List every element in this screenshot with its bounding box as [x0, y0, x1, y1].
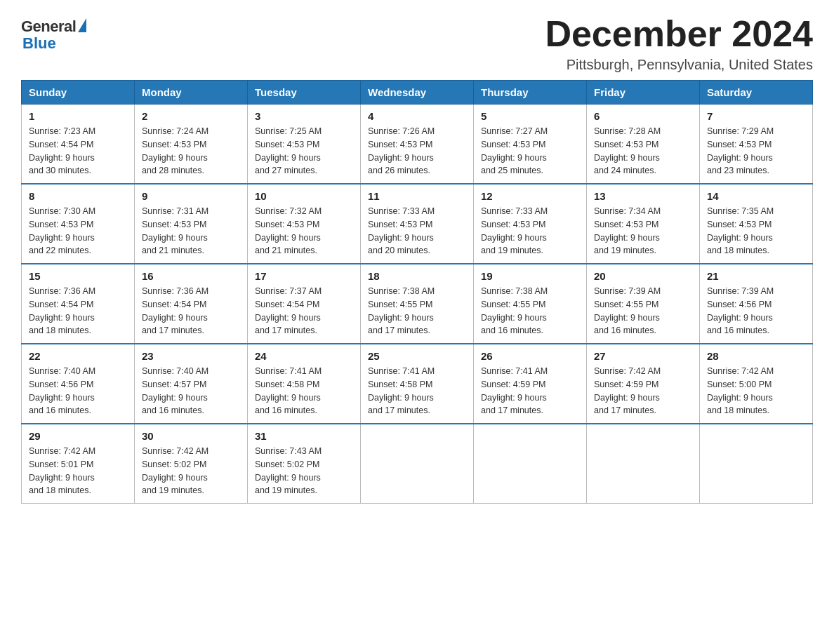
calendar-day-cell: 16 Sunrise: 7:36 AMSunset: 4:54 PMDaylig… — [135, 264, 248, 344]
calendar-table: Sunday Monday Tuesday Wednesday Thursday… — [21, 80, 813, 504]
day-number: 17 — [255, 270, 353, 282]
day-info: Sunrise: 7:41 AMSunset: 4:58 PMDaylight:… — [368, 366, 435, 415]
day-number: 21 — [707, 270, 805, 282]
day-number: 19 — [481, 270, 579, 282]
day-number: 18 — [368, 270, 466, 282]
calendar-week-row: 1 Sunrise: 7:23 AMSunset: 4:54 PMDayligh… — [22, 105, 813, 185]
calendar-day-cell: 15 Sunrise: 7:36 AMSunset: 4:54 PMDaylig… — [22, 264, 135, 344]
day-info: Sunrise: 7:29 AMSunset: 4:53 PMDaylight:… — [707, 126, 774, 175]
day-info: Sunrise: 7:42 AMSunset: 5:02 PMDaylight:… — [142, 446, 208, 495]
calendar-day-cell: 29 Sunrise: 7:42 AMSunset: 5:01 PMDaylig… — [22, 424, 135, 504]
day-number: 4 — [368, 110, 466, 122]
calendar-day-cell: 22 Sunrise: 7:40 AMSunset: 4:56 PMDaylig… — [22, 344, 135, 424]
day-info: Sunrise: 7:24 AMSunset: 4:53 PMDaylight:… — [142, 126, 208, 175]
day-number: 14 — [707, 190, 805, 202]
day-number: 3 — [255, 110, 353, 122]
location-text: Pittsburgh, Pennsylvania, United States — [545, 57, 813, 73]
day-info: Sunrise: 7:41 AMSunset: 4:59 PMDaylight:… — [481, 366, 548, 415]
weekday-header-row: Sunday Monday Tuesday Wednesday Thursday… — [22, 81, 813, 105]
day-number: 22 — [29, 350, 127, 362]
month-title: December 2024 — [545, 14, 813, 54]
calendar-day-cell: 6 Sunrise: 7:28 AMSunset: 4:53 PMDayligh… — [587, 105, 700, 185]
page-header: General Blue December 2024 Pittsburgh, P… — [21, 14, 813, 73]
day-number: 1 — [29, 110, 127, 122]
day-number: 27 — [594, 350, 692, 362]
calendar-day-cell: 18 Sunrise: 7:38 AMSunset: 4:55 PMDaylig… — [361, 264, 474, 344]
header-monday: Monday — [135, 81, 248, 105]
day-info: Sunrise: 7:33 AMSunset: 4:53 PMDaylight:… — [368, 206, 435, 255]
calendar-day-cell: 20 Sunrise: 7:39 AMSunset: 4:55 PMDaylig… — [587, 264, 700, 344]
day-info: Sunrise: 7:31 AMSunset: 4:53 PMDaylight:… — [142, 206, 208, 255]
day-number: 13 — [594, 190, 692, 202]
calendar-day-cell: 5 Sunrise: 7:27 AMSunset: 4:53 PMDayligh… — [474, 105, 587, 185]
day-info: Sunrise: 7:38 AMSunset: 4:55 PMDaylight:… — [368, 286, 435, 335]
header-friday: Friday — [587, 81, 700, 105]
day-info: Sunrise: 7:42 AMSunset: 5:01 PMDaylight:… — [29, 446, 95, 495]
calendar-day-cell: 3 Sunrise: 7:25 AMSunset: 4:53 PMDayligh… — [248, 105, 361, 185]
header-saturday: Saturday — [700, 81, 813, 105]
day-number: 5 — [481, 110, 579, 122]
day-number: 23 — [142, 350, 240, 362]
day-number: 8 — [29, 190, 127, 202]
calendar-day-cell: 26 Sunrise: 7:41 AMSunset: 4:59 PMDaylig… — [474, 344, 587, 424]
day-number: 11 — [368, 190, 466, 202]
calendar-day-cell — [700, 424, 813, 504]
calendar-day-cell: 9 Sunrise: 7:31 AMSunset: 4:53 PMDayligh… — [135, 184, 248, 264]
calendar-week-row: 15 Sunrise: 7:36 AMSunset: 4:54 PMDaylig… — [22, 264, 813, 344]
day-number: 6 — [594, 110, 692, 122]
logo-general-text: General — [21, 18, 76, 36]
calendar-day-cell: 8 Sunrise: 7:30 AMSunset: 4:53 PMDayligh… — [22, 184, 135, 264]
day-number: 10 — [255, 190, 353, 202]
day-info: Sunrise: 7:42 AMSunset: 5:00 PMDaylight:… — [707, 366, 774, 415]
day-number: 29 — [29, 430, 127, 442]
day-number: 7 — [707, 110, 805, 122]
day-info: Sunrise: 7:36 AMSunset: 4:54 PMDaylight:… — [29, 286, 95, 335]
calendar-day-cell: 31 Sunrise: 7:43 AMSunset: 5:02 PMDaylig… — [248, 424, 361, 504]
calendar-day-cell: 2 Sunrise: 7:24 AMSunset: 4:53 PMDayligh… — [135, 105, 248, 185]
day-info: Sunrise: 7:39 AMSunset: 4:56 PMDaylight:… — [707, 286, 774, 335]
calendar-day-cell: 27 Sunrise: 7:42 AMSunset: 4:59 PMDaylig… — [587, 344, 700, 424]
header-tuesday: Tuesday — [248, 81, 361, 105]
day-number: 16 — [142, 270, 240, 282]
logo: General Blue — [21, 18, 86, 53]
day-info: Sunrise: 7:25 AMSunset: 4:53 PMDaylight:… — [255, 126, 322, 175]
day-info: Sunrise: 7:36 AMSunset: 4:54 PMDaylight:… — [142, 286, 208, 335]
calendar-day-cell: 7 Sunrise: 7:29 AMSunset: 4:53 PMDayligh… — [700, 105, 813, 185]
calendar-day-cell: 10 Sunrise: 7:32 AMSunset: 4:53 PMDaylig… — [248, 184, 361, 264]
calendar-week-row: 29 Sunrise: 7:42 AMSunset: 5:01 PMDaylig… — [22, 424, 813, 504]
calendar-day-cell: 17 Sunrise: 7:37 AMSunset: 4:54 PMDaylig… — [248, 264, 361, 344]
day-info: Sunrise: 7:27 AMSunset: 4:53 PMDaylight:… — [481, 126, 548, 175]
day-info: Sunrise: 7:40 AMSunset: 4:57 PMDaylight:… — [142, 366, 208, 415]
day-info: Sunrise: 7:38 AMSunset: 4:55 PMDaylight:… — [481, 286, 548, 335]
day-info: Sunrise: 7:37 AMSunset: 4:54 PMDaylight:… — [255, 286, 322, 335]
day-info: Sunrise: 7:41 AMSunset: 4:58 PMDaylight:… — [255, 366, 322, 415]
day-number: 24 — [255, 350, 353, 362]
header-thursday: Thursday — [474, 81, 587, 105]
day-info: Sunrise: 7:34 AMSunset: 4:53 PMDaylight:… — [594, 206, 661, 255]
day-number: 25 — [368, 350, 466, 362]
calendar-day-cell: 19 Sunrise: 7:38 AMSunset: 4:55 PMDaylig… — [474, 264, 587, 344]
calendar-day-cell — [361, 424, 474, 504]
calendar-day-cell: 11 Sunrise: 7:33 AMSunset: 4:53 PMDaylig… — [361, 184, 474, 264]
header-wednesday: Wednesday — [361, 81, 474, 105]
calendar-day-cell: 21 Sunrise: 7:39 AMSunset: 4:56 PMDaylig… — [700, 264, 813, 344]
day-info: Sunrise: 7:43 AMSunset: 5:02 PMDaylight:… — [255, 446, 322, 495]
calendar-day-cell: 30 Sunrise: 7:42 AMSunset: 5:02 PMDaylig… — [135, 424, 248, 504]
day-number: 2 — [142, 110, 240, 122]
day-number: 20 — [594, 270, 692, 282]
calendar-day-cell: 4 Sunrise: 7:26 AMSunset: 4:53 PMDayligh… — [361, 105, 474, 185]
title-section: December 2024 Pittsburgh, Pennsylvania, … — [545, 14, 813, 73]
day-number: 12 — [481, 190, 579, 202]
day-number: 15 — [29, 270, 127, 282]
day-info: Sunrise: 7:30 AMSunset: 4:53 PMDaylight:… — [29, 206, 95, 255]
calendar-day-cell — [587, 424, 700, 504]
day-info: Sunrise: 7:33 AMSunset: 4:53 PMDaylight:… — [481, 206, 548, 255]
header-sunday: Sunday — [22, 81, 135, 105]
day-number: 28 — [707, 350, 805, 362]
day-info: Sunrise: 7:26 AMSunset: 4:53 PMDaylight:… — [368, 126, 435, 175]
calendar-day-cell — [474, 424, 587, 504]
calendar-week-row: 22 Sunrise: 7:40 AMSunset: 4:56 PMDaylig… — [22, 344, 813, 424]
day-info: Sunrise: 7:28 AMSunset: 4:53 PMDaylight:… — [594, 126, 661, 175]
day-number: 26 — [481, 350, 579, 362]
day-number: 31 — [255, 430, 353, 442]
